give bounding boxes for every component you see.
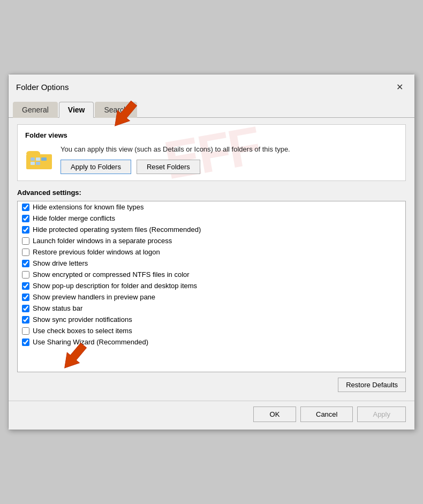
settings-checkbox[interactable] [22,249,29,256]
settings-item: Show preview handlers in preview pane [18,291,405,303]
tab-general[interactable]: General [13,102,58,118]
tab-view[interactable]: View [59,102,94,118]
cancel-button[interactable]: Cancel [300,407,353,422]
ok-button[interactable]: OK [253,407,296,422]
advanced-title: Advanced settings: [17,189,406,197]
settings-checkbox[interactable] [22,338,29,346]
settings-label: Hide protected operating system files (R… [33,225,201,234]
restore-defaults-button[interactable]: Restore Defaults [338,378,406,392]
folder-views-buttons: Apply to Folders Reset Folders [61,160,290,174]
settings-label: Hide extensions for known file types [33,203,143,211]
settings-label: Hide folder merge conflicts [33,214,115,222]
svg-rect-5 [36,162,40,165]
tab-search[interactable]: Search [95,102,137,118]
settings-label: Show sync provider notifications [33,315,132,324]
settings-checkbox[interactable] [22,294,29,301]
folder-icon [25,145,53,172]
settings-label: Show encrypted or compressed NTFS files … [33,270,190,279]
svg-rect-2 [36,157,40,161]
folder-icon-svg [25,145,53,172]
folder-options-dialog: Folder Options ✕ General View Search EFF… [8,74,415,430]
settings-checkbox[interactable] [22,282,29,290]
close-button[interactable]: ✕ [392,80,407,95]
settings-item: Use check boxes to select items [18,325,405,336]
settings-item: Show sync provider notifications [18,314,405,325]
settings-checkbox[interactable] [22,316,29,324]
settings-item: Restore previous folder windows at logon [18,246,405,258]
folder-views-section: EFF Folder views [17,124,406,181]
folder-views-title: Folder views [25,131,398,139]
settings-list-container[interactable]: Hide extensions for known file typesHide… [17,201,406,372]
settings-label: Use Sharing Wizard (Recommended) [33,338,148,346]
settings-label: Show status bar [33,304,82,312]
settings-item: Show pop-up description for folder and d… [18,280,405,291]
settings-checkbox[interactable] [22,204,29,211]
settings-item: Use Sharing Wizard (Recommended) [18,336,405,348]
settings-label: Show preview handlers in preview pane [33,293,155,301]
settings-item: Show encrypted or compressed NTFS files … [18,269,405,280]
svg-rect-3 [41,157,47,161]
tab-bar: General View Search [9,101,414,118]
advanced-settings-section: Advanced settings: Hide extensions for k… [17,189,406,392]
settings-checkbox[interactable] [22,237,29,245]
apply-to-folders-button[interactable]: Apply to Folders [61,160,131,174]
folder-views-desc-col: You can apply this view (such as Details… [61,145,290,174]
dialog-footer: OK Cancel Apply [9,401,414,430]
settings-list: Hide extensions for known file typesHide… [18,201,405,348]
settings-checkbox[interactable] [22,327,29,335]
svg-rect-1 [31,157,35,161]
restore-defaults-row: Restore Defaults [17,378,406,392]
settings-label: Launch folder windows in a separate proc… [33,237,172,245]
settings-checkbox[interactable] [22,271,29,279]
folder-views-description: You can apply this view (such as Details… [61,145,290,154]
settings-item: Launch folder windows in a separate proc… [18,235,405,246]
apply-button[interactable]: Apply [357,407,406,422]
settings-item: Hide folder merge conflicts [18,213,405,224]
folder-views-row: You can apply this view (such as Details… [25,145,398,174]
settings-item: Hide extensions for known file types [18,201,405,213]
settings-checkbox[interactable] [22,305,29,312]
settings-checkbox[interactable] [22,260,29,267]
settings-checkbox[interactable] [22,215,29,222]
title-bar: Folder Options ✕ [9,74,414,99]
settings-checkbox[interactable] [22,226,29,234]
dialog-title: Folder Options [16,82,69,92]
tab-content: EFF Folder views [9,118,414,401]
settings-label: Restore previous folder windows at logon [33,248,160,256]
svg-rect-4 [31,162,35,165]
settings-label: Show pop-up description for folder and d… [33,282,197,290]
settings-item: Show drive letters [18,258,405,269]
settings-label: Show drive letters [33,259,88,267]
settings-item: Show status bar [18,303,405,314]
settings-label: Use check boxes to select items [33,327,132,335]
reset-folders-button[interactable]: Reset Folders [137,160,200,174]
settings-item: Hide protected operating system files (R… [18,224,405,235]
